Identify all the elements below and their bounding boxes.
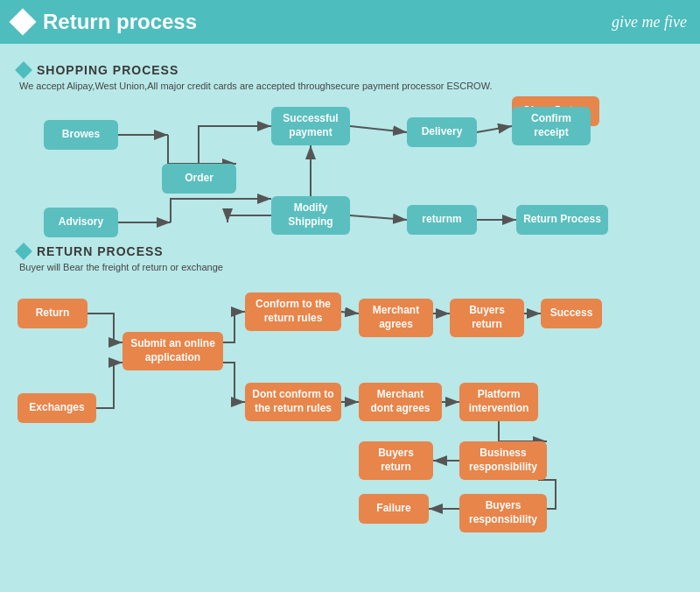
header-diamond-icon (9, 8, 36, 35)
return-flow: Return Submit an online application Exch… (18, 279, 682, 516)
return-exchanges-box: Exchanges (18, 393, 96, 423)
svg-line-7 (350, 215, 407, 220)
svg-line-12 (341, 312, 359, 314)
shopping-order-box: Order (162, 164, 236, 194)
return-diamond-icon (15, 243, 32, 260)
shopping-browes-box: Browes (44, 120, 118, 150)
return-business-box: Business responsibility (459, 441, 547, 480)
content-area: SHOPPING PROCESS We accept Alipay,West U… (0, 44, 700, 526)
shopping-section-header: SHOPPING PROCESS (18, 63, 682, 77)
return-flow-area: Return Submit an online application Exch… (18, 279, 682, 516)
return-section-desc: Buyer will Bear the freight of return or… (19, 262, 682, 272)
shopping-successful-box: Successful payment (271, 107, 350, 145)
header-title: Return process (43, 10, 197, 34)
shopping-flow-area: Browes Order Advisory Modify Shipping Su… (18, 98, 682, 243)
return-success-box: Success (541, 299, 602, 328)
shopping-flow: Browes Order Advisory Modify Shipping Su… (18, 98, 682, 243)
header-logo: give me five (612, 13, 687, 32)
return-return-box: Return (18, 299, 88, 328)
shopping-delivery-box: Delivery (407, 117, 477, 147)
shopping-modify-box: Modify Shipping (271, 196, 350, 235)
return-buyers-r1-box: Buyers return (450, 299, 524, 337)
shopping-returnm-box: returnm (407, 205, 477, 235)
shopping-returnp-box: Return Process (516, 205, 608, 235)
svg-line-6 (477, 126, 512, 132)
return-conform-box: Conform to the return rules (245, 292, 341, 331)
return-buyers-resp-box: Buyers responsibility (459, 494, 547, 532)
return-submit-box: Submit an online application (122, 332, 223, 370)
shopping-section-title: SHOPPING PROCESS (37, 63, 178, 77)
return-platform-box: Platform intervention (459, 383, 538, 421)
header: Return process give me five (0, 0, 700, 44)
shopping-diamond-icon (15, 61, 32, 79)
shopping-confirm-box: Confirm receipt (512, 107, 591, 145)
return-merchant-dont-box: Merchant dont agrees (359, 383, 442, 421)
return-dontconform-box: Dont conform to the return rules (245, 383, 341, 421)
return-section-header: RETURN PROCESS (18, 244, 682, 258)
return-merchant-ag-box: Merchant agrees (359, 299, 433, 337)
return-buyers-r2-box: Buyers return (359, 441, 433, 480)
return-failure-box: Failure (359, 494, 429, 524)
svg-line-5 (350, 126, 407, 132)
shopping-advisory-box: Advisory (44, 208, 118, 237)
return-section-title: RETURN PROCESS (37, 244, 164, 258)
shopping-section-desc: We accept Alipay,West Union,All major cr… (19, 81, 682, 91)
